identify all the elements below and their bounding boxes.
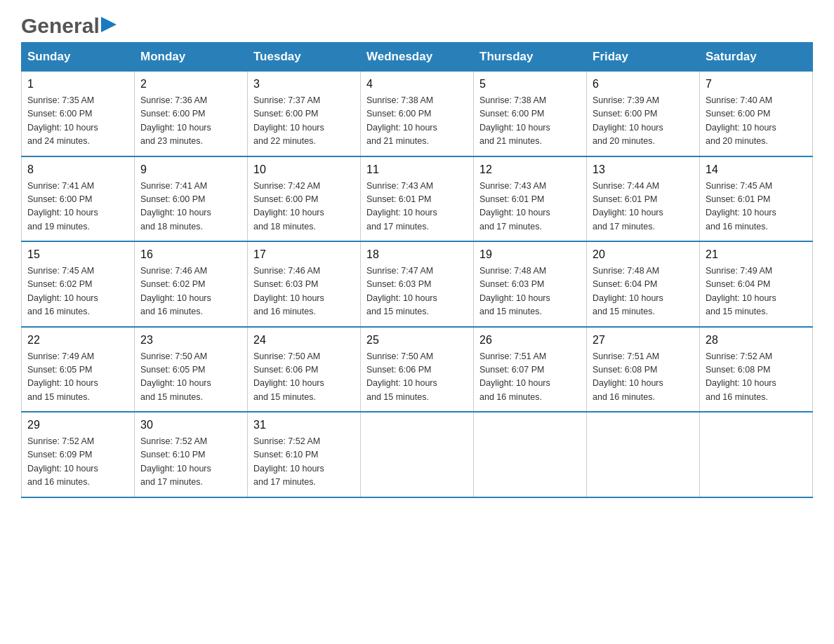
weekday-header-wednesday: Wednesday [361,43,474,72]
day-number: 6 [593,76,694,93]
svg-marker-0 [101,17,117,32]
weekday-header-monday: Monday [135,43,248,72]
day-number: 24 [253,332,355,349]
day-info: Sunrise: 7:41 AMSunset: 6:00 PMDaylight:… [140,181,211,232]
calendar-cell: 23Sunrise: 7:50 AMSunset: 6:05 PMDayligh… [135,327,248,412]
day-number: 25 [366,332,468,349]
calendar-week-row: 29Sunrise: 7:52 AMSunset: 6:09 PMDayligh… [22,412,813,497]
calendar-cell [587,412,700,497]
calendar-cell: 10Sunrise: 7:42 AMSunset: 6:00 PMDayligh… [248,156,361,242]
day-number: 12 [479,161,581,178]
day-number: 22 [27,332,128,349]
day-number: 23 [140,332,241,349]
day-info: Sunrise: 7:45 AMSunset: 6:02 PMDaylight:… [27,266,98,316]
day-info: Sunrise: 7:49 AMSunset: 6:04 PMDaylight:… [706,266,776,316]
calendar-cell: 18Sunrise: 7:47 AMSunset: 6:03 PMDayligh… [361,241,474,327]
day-info: Sunrise: 7:48 AMSunset: 6:03 PMDaylight:… [479,266,550,316]
calendar-cell [474,412,587,497]
calendar-cell: 12Sunrise: 7:43 AMSunset: 6:01 PMDayligh… [474,156,587,242]
day-number: 2 [140,76,241,93]
day-number: 3 [253,76,355,93]
day-info: Sunrise: 7:47 AMSunset: 6:03 PMDaylight:… [366,266,437,316]
day-info: Sunrise: 7:45 AMSunset: 6:01 PMDaylight:… [706,181,776,232]
calendar-cell: 9Sunrise: 7:41 AMSunset: 6:00 PMDaylight… [135,156,248,242]
day-number: 5 [479,76,581,93]
day-number: 11 [366,161,468,178]
day-info: Sunrise: 7:42 AMSunset: 6:00 PMDaylight:… [253,181,324,232]
calendar-cell: 2Sunrise: 7:36 AMSunset: 6:00 PMDaylight… [135,72,248,156]
day-info: Sunrise: 7:52 AMSunset: 6:09 PMDaylight:… [27,436,98,487]
day-number: 29 [27,417,128,434]
calendar-cell: 5Sunrise: 7:38 AMSunset: 6:00 PMDaylight… [474,72,587,156]
calendar-cell: 21Sunrise: 7:49 AMSunset: 6:04 PMDayligh… [700,241,813,327]
day-number: 19 [479,246,581,263]
day-info: Sunrise: 7:40 AMSunset: 6:00 PMDaylight:… [706,95,776,146]
day-number: 20 [593,246,694,263]
calendar-cell: 6Sunrise: 7:39 AMSunset: 6:00 PMDaylight… [587,72,700,156]
day-number: 17 [253,246,355,263]
calendar-body: 1Sunrise: 7:35 AMSunset: 6:00 PMDaylight… [22,72,813,497]
day-info: Sunrise: 7:51 AMSunset: 6:08 PMDaylight:… [593,351,663,402]
page-header: General [21,14,813,35]
calendar-cell: 11Sunrise: 7:43 AMSunset: 6:01 PMDayligh… [361,156,474,242]
weekday-header-friday: Friday [587,43,700,72]
calendar-cell [361,412,474,497]
day-number: 30 [140,417,241,434]
calendar-week-row: 15Sunrise: 7:45 AMSunset: 6:02 PMDayligh… [22,241,813,327]
day-number: 13 [593,161,694,178]
calendar-week-row: 22Sunrise: 7:49 AMSunset: 6:05 PMDayligh… [22,327,813,412]
day-number: 8 [27,161,128,178]
calendar-cell: 19Sunrise: 7:48 AMSunset: 6:03 PMDayligh… [474,241,587,327]
calendar-cell: 7Sunrise: 7:40 AMSunset: 6:00 PMDaylight… [700,72,813,156]
day-info: Sunrise: 7:38 AMSunset: 6:00 PMDaylight:… [366,95,437,146]
calendar-cell: 26Sunrise: 7:51 AMSunset: 6:07 PMDayligh… [474,327,587,412]
day-info: Sunrise: 7:50 AMSunset: 6:06 PMDaylight:… [253,351,324,402]
day-info: Sunrise: 7:49 AMSunset: 6:05 PMDaylight:… [27,351,98,402]
day-info: Sunrise: 7:44 AMSunset: 6:01 PMDaylight:… [593,181,663,232]
calendar-cell: 15Sunrise: 7:45 AMSunset: 6:02 PMDayligh… [22,241,135,327]
calendar-cell: 28Sunrise: 7:52 AMSunset: 6:08 PMDayligh… [700,327,813,412]
weekday-header-saturday: Saturday [700,43,813,72]
calendar-cell: 3Sunrise: 7:37 AMSunset: 6:00 PMDaylight… [248,72,361,156]
day-number: 16 [140,246,241,263]
weekday-header-row: SundayMondayTuesdayWednesdayThursdayFrid… [22,43,813,72]
calendar-cell: 22Sunrise: 7:49 AMSunset: 6:05 PMDayligh… [22,327,135,412]
weekday-header-tuesday: Tuesday [248,43,361,72]
calendar-cell: 25Sunrise: 7:50 AMSunset: 6:06 PMDayligh… [361,327,474,412]
calendar-week-row: 8Sunrise: 7:41 AMSunset: 6:00 PMDaylight… [22,156,813,242]
calendar-cell: 14Sunrise: 7:45 AMSunset: 6:01 PMDayligh… [700,156,813,242]
day-info: Sunrise: 7:39 AMSunset: 6:00 PMDaylight:… [593,95,663,146]
day-info: Sunrise: 7:43 AMSunset: 6:01 PMDaylight:… [366,181,437,232]
calendar-cell: 8Sunrise: 7:41 AMSunset: 6:00 PMDaylight… [22,156,135,242]
day-number: 27 [593,332,694,349]
calendar-cell: 17Sunrise: 7:46 AMSunset: 6:03 PMDayligh… [248,241,361,327]
logo: General [21,14,117,35]
day-number: 4 [366,76,468,93]
calendar-cell: 24Sunrise: 7:50 AMSunset: 6:06 PMDayligh… [248,327,361,412]
day-info: Sunrise: 7:43 AMSunset: 6:01 PMDaylight:… [479,181,550,232]
calendar-cell [700,412,813,497]
day-number: 7 [706,76,807,93]
calendar-cell: 27Sunrise: 7:51 AMSunset: 6:08 PMDayligh… [587,327,700,412]
day-info: Sunrise: 7:46 AMSunset: 6:03 PMDaylight:… [253,266,324,316]
day-number: 10 [253,161,355,178]
calendar-cell: 4Sunrise: 7:38 AMSunset: 6:00 PMDaylight… [361,72,474,156]
day-info: Sunrise: 7:50 AMSunset: 6:05 PMDaylight:… [140,351,211,402]
calendar-cell: 16Sunrise: 7:46 AMSunset: 6:02 PMDayligh… [135,241,248,327]
logo-arrow-icon [101,17,117,32]
calendar-cell: 30Sunrise: 7:52 AMSunset: 6:10 PMDayligh… [135,412,248,497]
calendar-cell: 13Sunrise: 7:44 AMSunset: 6:01 PMDayligh… [587,156,700,242]
calendar-cell: 20Sunrise: 7:48 AMSunset: 6:04 PMDayligh… [587,241,700,327]
day-number: 1 [27,76,128,93]
day-info: Sunrise: 7:37 AMSunset: 6:00 PMDaylight:… [253,95,324,146]
calendar-week-row: 1Sunrise: 7:35 AMSunset: 6:00 PMDaylight… [22,72,813,156]
day-info: Sunrise: 7:51 AMSunset: 6:07 PMDaylight:… [479,351,550,402]
calendar-cell: 31Sunrise: 7:52 AMSunset: 6:10 PMDayligh… [248,412,361,497]
logo-general-text: General [21,14,100,38]
calendar-header: SundayMondayTuesdayWednesdayThursdayFrid… [22,43,813,72]
day-number: 28 [706,332,807,349]
day-info: Sunrise: 7:52 AMSunset: 6:10 PMDaylight:… [140,436,211,487]
day-number: 21 [706,246,807,263]
day-info: Sunrise: 7:48 AMSunset: 6:04 PMDaylight:… [593,266,663,316]
day-info: Sunrise: 7:52 AMSunset: 6:10 PMDaylight:… [253,436,324,487]
